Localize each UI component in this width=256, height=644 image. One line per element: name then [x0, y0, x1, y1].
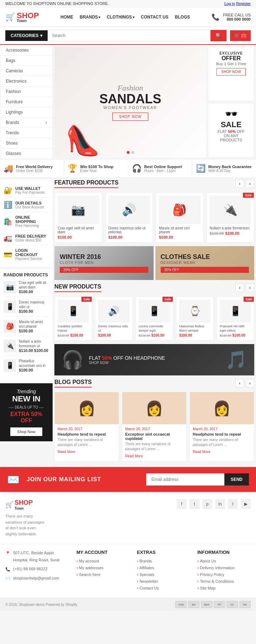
new-prev-button[interactable]: ‹ [235, 284, 244, 292]
promo-icon: 🚛 [4, 234, 12, 242]
footer-link[interactable]: Delivery Information [200, 566, 235, 570]
random-product-price: $100.00 [19, 368, 49, 372]
footer-link[interactable]: Contact Us [139, 586, 159, 590]
register-link[interactable]: Register [236, 1, 251, 6]
footer-link[interactable]: Search here [79, 572, 100, 577]
new-product-card[interactable]: 🔊Donec maximus odio ut$100.00 [95, 296, 133, 341]
random-product-thumb[interactable]: 🔌 [4, 340, 16, 352]
footer-link[interactable]: About Us [200, 559, 216, 563]
footer-link[interactable]: Affiliates [139, 566, 154, 570]
featured-next-button[interactable]: › [246, 180, 254, 188]
new-product-card[interactable]: ⌚Maecenas finibus libero semper$100.00 [176, 296, 214, 341]
blog-section-header: BLOG POSTS ‹ › [54, 379, 254, 388]
random-product-thumb[interactable]: 📱 [4, 301, 16, 313]
new-product-card[interactable]: Sale📱Praesent vel nibh eget metus$110.00… [217, 296, 254, 341]
banner-clothes[interactable]: CLOTHES SALEDESIGNER WEAR35% OFF [155, 246, 255, 280]
sidebar-item-bags[interactable]: Bags [0, 56, 52, 66]
blog-description: There are many variations of passages of… [193, 437, 251, 447]
read-more-link[interactable]: Read More [58, 450, 75, 454]
hero-dot-1[interactable] [127, 151, 129, 154]
sale-any-text: ON ANY PRODUCTS [220, 134, 242, 142]
search-input[interactable] [48, 30, 210, 41]
blog-next-button[interactable]: › [246, 379, 254, 388]
sidebar-item-furniture[interactable]: Furniture [0, 97, 52, 107]
random-product-thumb[interactable]: 📷 [4, 281, 16, 294]
featured-product-card[interactable]: 🎒Mauris sit amet orci pharetr$100.00 [156, 192, 204, 243]
featured-product-card[interactable]: 📷Cras eget velit sit amet diam$100.00 [54, 192, 102, 243]
hero-shop-now-button[interactable]: SHOP NOW [112, 113, 148, 121]
blog-date: March 20, 2017 [125, 427, 183, 431]
product-price: $100.00 [58, 235, 99, 239]
pinterest-icon[interactable]: p [202, 499, 212, 509]
logo[interactable]: 🛒 SHOP Town [5, 11, 39, 23]
nav-clothings[interactable]: CLOTHINGS [107, 15, 134, 20]
read-more-link[interactable]: Read More [125, 454, 143, 458]
featured-product-card[interactable]: 🔊Donec maximus odio ut pelentas$100.00 [105, 192, 153, 243]
my-account-col: MY ACCOUNT My accountMy addressesSearch … [76, 550, 130, 592]
sidebar-item-brands[interactable]: Brands [0, 118, 52, 128]
new-product-card[interactable]: Sale📱Lectus commodo tempor egot$110.00$1… [135, 296, 173, 341]
list-item: Privacy Policy [197, 572, 251, 577]
instagram-icon[interactable]: in [215, 499, 225, 509]
header: 🛒 SHOP Town HOME BRANDS CLOTHINGS CONTAC… [0, 7, 256, 27]
read-more-link[interactable]: Read More [193, 450, 210, 454]
sidebar-item-accessories[interactable]: Accessories [0, 45, 52, 56]
random-product-thumb[interactable]: 📱 [4, 359, 16, 372]
new-product-name: Maecenas finibus libero semper [179, 324, 210, 333]
featured-title: FEATURED PRODUCTS [54, 180, 118, 188]
promo-title: OUR DETAILS [15, 201, 44, 205]
feature-item: 🎧Best Online SupportHours : 8am - 11pm [128, 160, 192, 177]
footer-link[interactable]: Specials [139, 572, 154, 577]
cart-button[interactable]: 🛒 (0) [230, 30, 251, 41]
new-product-name: Curabitur porttitor massa [58, 324, 89, 333]
login-link[interactable]: Log in [224, 1, 235, 6]
sidebar-item-cameras[interactable]: Cameras [0, 66, 52, 76]
nav-brands[interactable]: BRANDS [80, 15, 100, 20]
new-products-title: NEW PRODUCTS [54, 284, 101, 292]
footer-link[interactable]: My addresses [79, 566, 103, 570]
feature-sub: Enter Now [80, 169, 113, 173]
nav-blogs[interactable]: BLOGS [175, 15, 190, 20]
new-product-thumb: 📱 [139, 300, 170, 323]
twitter-icon[interactable]: t [190, 499, 199, 509]
sidebar-item-glasses[interactable]: Glasses [0, 149, 52, 159]
new-product-card[interactable]: Sale📱Curabitur porttitor massa$110.00$10… [54, 296, 92, 341]
footer-link[interactable]: Site Map [200, 586, 215, 590]
categories-button[interactable]: CATEGORIES ▾ [5, 30, 48, 41]
footer-social: f t p in t ▶ [177, 499, 251, 509]
random-product-price: $110.00 $100.00 [19, 348, 49, 353]
glasses-image: 🕶️ [213, 108, 250, 120]
sidebar-item-electronics[interactable]: Electronics [0, 76, 52, 87]
new-next-button[interactable]: › [246, 284, 254, 292]
random-product-name: Mauris sit amet orci pharetr [19, 320, 49, 329]
exclusive-shop-now-button[interactable]: SHOP NOW [217, 68, 245, 76]
featured-prev-button[interactable]: ‹ [235, 180, 244, 188]
blog-prev-button[interactable]: ‹ [235, 379, 244, 388]
footer-link[interactable]: My account [79, 559, 99, 563]
sidebar-item-shoes[interactable]: Shoes [0, 138, 52, 149]
nav-home[interactable]: HOME [60, 15, 73, 20]
footer-link[interactable]: Terms & Conditions [200, 579, 234, 583]
email-input[interactable] [146, 473, 224, 485]
footer-link[interactable]: Privacy Policy [200, 572, 224, 577]
new-product-name: Donec maximus odio ut [98, 324, 129, 333]
banner-winter[interactable]: WINTER 2016CLOTH FOR MEN20% OFF [54, 246, 154, 280]
random-product-thumb[interactable]: 🎒 [4, 320, 16, 333]
tumblr-icon[interactable]: t [228, 499, 238, 509]
send-button[interactable]: SEND [224, 473, 249, 485]
product-thumbnail: 🔌 [210, 196, 251, 224]
footer-link[interactable]: Newsletter [139, 579, 158, 583]
sidebar-item-trends[interactable]: Trends [0, 128, 52, 138]
headphone-flat-label: FLAT 50% OFF ON HEADPHONE [89, 355, 165, 361]
youtube-icon[interactable]: ▶ [241, 499, 251, 509]
search-button[interactable]: 🔍 [210, 30, 226, 41]
nav-contact[interactable]: CONTACT US [141, 15, 169, 20]
featured-product-card[interactable]: Sale🔌Nullam a ante formentum$110.00$100.… [207, 192, 255, 243]
footer-link[interactable]: Brands [139, 559, 152, 563]
hero-dot-2[interactable] [131, 151, 134, 154]
facebook-icon[interactable]: f [177, 499, 187, 509]
main-nav: HOME BRANDS CLOTHINGS CONTACT US BLOGS [60, 15, 190, 20]
sidebar-item-fashion[interactable]: Fashion [0, 87, 52, 97]
trending-shop-now-button[interactable]: Shop Now [10, 427, 43, 436]
sidebar-item-lightings[interactable]: Lightings [0, 107, 52, 118]
